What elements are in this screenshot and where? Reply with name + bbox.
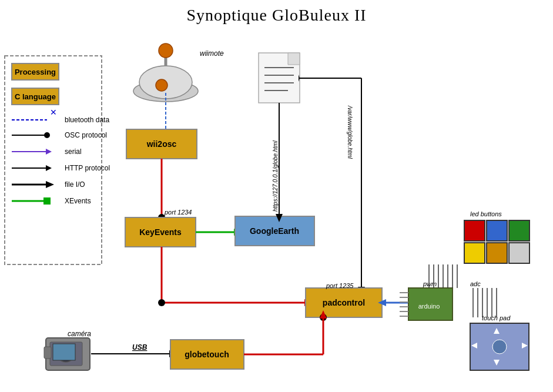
- legend-serial-label: serial: [65, 148, 82, 156]
- svg-marker-77: [522, 343, 528, 349]
- usb-label: USB: [132, 343, 148, 351]
- svg-point-19: [156, 79, 167, 91]
- svg-text:GoogleEarth: GoogleEarth: [250, 226, 299, 236]
- svg-point-82: [61, 349, 71, 359]
- pwm-label: pwm: [423, 280, 437, 287]
- svg-rect-71: [487, 243, 507, 263]
- svg-text:KeyEvents: KeyEvents: [139, 227, 182, 237]
- svg-rect-1: [12, 63, 59, 80]
- svg-marker-8: [46, 149, 52, 155]
- https-path-label: https://127.0.0.1/globe.html: [272, 140, 279, 212]
- svg-rect-70: [464, 243, 485, 263]
- legend-clanguage: C language: [15, 92, 56, 101]
- padcontrol-node: [306, 288, 382, 317]
- svg-rect-85: [44, 347, 51, 359]
- svg-rect-20: [259, 53, 300, 103]
- svg-text:✕: ✕: [50, 108, 57, 117]
- legend-http-label: HTTP protocol: [65, 164, 110, 172]
- svg-point-15: [133, 81, 198, 102]
- svg-rect-69: [509, 220, 529, 241]
- legend-osc-label: OSC protocol: [65, 131, 107, 139]
- page-title: Synoptique GloBuleux II: [0, 0, 553, 25]
- svg-marker-38: [358, 287, 365, 295]
- svg-rect-68: [487, 220, 507, 241]
- svg-marker-76: [471, 343, 477, 349]
- svg-rect-84: [53, 344, 75, 360]
- svg-point-42: [158, 299, 165, 306]
- legend-processing: Processing: [15, 68, 56, 76]
- wii2osc-node: [126, 129, 197, 159]
- svg-marker-12: [46, 181, 54, 188]
- svg-marker-47: [378, 299, 386, 306]
- svg-marker-32: [234, 229, 242, 236]
- svg-marker-21: [288, 53, 300, 65]
- svg-rect-72: [509, 243, 529, 263]
- svg-marker-75: [494, 360, 500, 366]
- svg-rect-0: [5, 56, 102, 264]
- svg-rect-14: [43, 197, 51, 205]
- var-path-label: /var/www/globe.html: [347, 105, 353, 159]
- svg-marker-35: [276, 214, 283, 222]
- touch-pad-label: touch pad: [482, 314, 511, 321]
- wiimote-label: wiimote: [200, 49, 224, 58]
- svg-rect-80: [50, 342, 82, 366]
- arduino-label: arduino: [418, 303, 440, 310]
- svg-marker-87: [169, 350, 177, 357]
- svg-text:globetouch: globetouch: [185, 350, 229, 359]
- svg-marker-74: [494, 328, 500, 334]
- svg-text:wii2osc: wii2osc: [146, 139, 177, 149]
- svg-point-16: [139, 66, 192, 99]
- svg-point-81: [58, 346, 74, 362]
- adc-label: adc: [470, 280, 481, 287]
- led-buttons-label: led buttons: [470, 210, 502, 217]
- legend-bluetooth-label: bluetooth data: [65, 116, 109, 124]
- svg-text:padcontrol: padcontrol: [323, 298, 365, 307]
- svg-point-45: [320, 314, 327, 321]
- svg-marker-39: [299, 75, 300, 82]
- svg-rect-2: [12, 88, 59, 105]
- svg-point-6: [44, 132, 50, 138]
- svg-rect-79: [46, 338, 90, 370]
- googleearth-node: [235, 216, 314, 246]
- camera-label: caméra: [68, 330, 91, 338]
- svg-marker-91: [320, 310, 327, 319]
- port1234-label: port 1234: [164, 209, 192, 216]
- globetouch-node: [170, 340, 244, 369]
- svg-marker-10: [46, 165, 52, 171]
- svg-marker-43: [304, 299, 313, 306]
- svg-point-78: [492, 340, 507, 354]
- svg-point-83: [63, 351, 68, 356]
- legend-xevents-label: XEvents: [65, 197, 91, 205]
- legend-fileio-label: file I/O: [65, 180, 85, 189]
- svg-rect-67: [464, 220, 485, 241]
- port1235-label: port 1235: [326, 282, 354, 289]
- keyevents-node: [125, 217, 196, 247]
- arduino-node: [408, 288, 453, 320]
- svg-point-18: [159, 43, 173, 58]
- svg-rect-73: [470, 323, 529, 370]
- svg-point-29: [158, 214, 165, 221]
